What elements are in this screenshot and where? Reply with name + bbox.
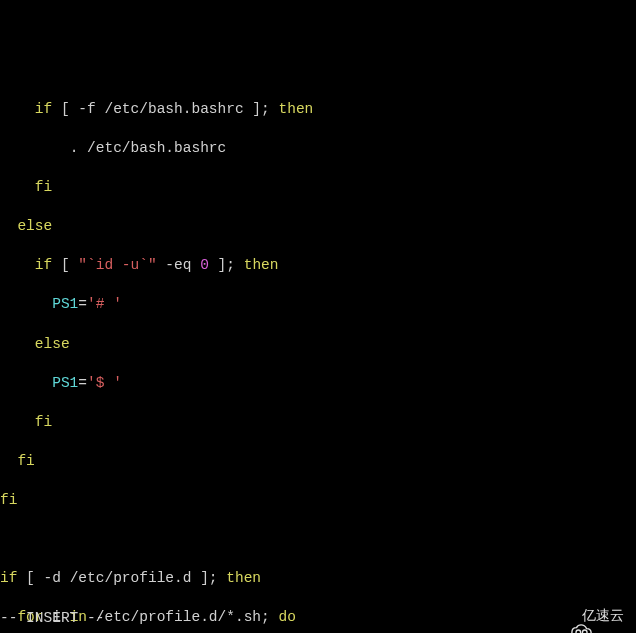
code-line: if [ -d /etc/profile.d ]; then xyxy=(0,569,636,589)
code-line: else xyxy=(0,335,636,355)
code-line: if [ -f /etc/bash.bashrc ]; then xyxy=(0,100,636,120)
cloud-icon xyxy=(555,605,577,625)
code-line: fi xyxy=(0,178,636,198)
code-line: . /etc/bash.bashrc xyxy=(0,139,636,159)
vim-mode-status: -- INSERT -- xyxy=(0,609,104,629)
code-line: fi xyxy=(0,452,636,472)
code-line: PS1='# ' xyxy=(0,295,636,315)
watermark: 亿速云 xyxy=(555,605,624,625)
code-line: if [ "`id -u`" -eq 0 ]; then xyxy=(0,256,636,276)
code-line: fi xyxy=(0,413,636,433)
code-line: else xyxy=(0,217,636,237)
code-line: fi xyxy=(0,491,636,511)
watermark-text: 亿速云 xyxy=(582,606,624,625)
code-line: PS1='$ ' xyxy=(0,374,636,394)
vim-editor[interactable]: if [ -f /etc/bash.bashrc ]; then . /etc/… xyxy=(0,78,636,633)
code-line xyxy=(0,530,636,549)
